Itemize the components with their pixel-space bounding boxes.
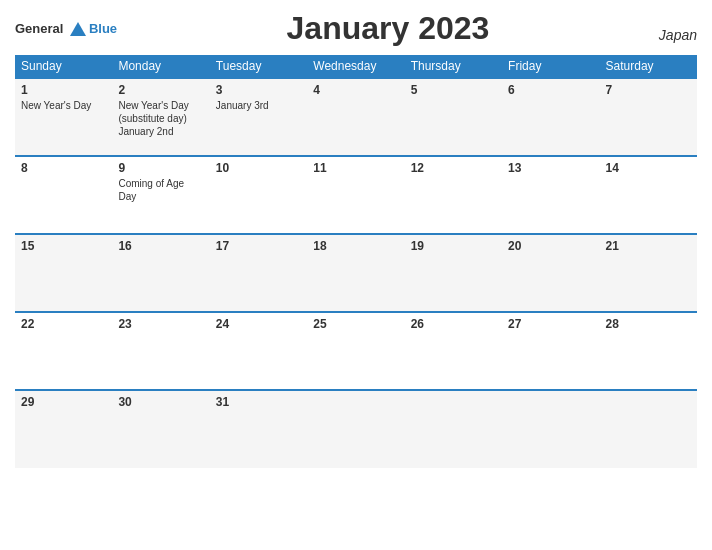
calendar-cell: 6 [502, 78, 599, 156]
calendar-cell: 11 [307, 156, 404, 234]
calendar-cell: 28 [600, 312, 697, 390]
day-number: 7 [606, 83, 691, 97]
day-number: 30 [118, 395, 203, 409]
calendar-cell: 31 [210, 390, 307, 468]
day-number: 26 [411, 317, 496, 331]
day-number: 29 [21, 395, 106, 409]
weekday-sunday: Sunday [15, 55, 112, 78]
holiday-label: New Year's Day(substitute day)January 2n… [118, 99, 203, 138]
calendar-cell: 19 [405, 234, 502, 312]
week-row-2: 15161718192021 [15, 234, 697, 312]
header: General Blue January 2023 Japan [15, 10, 697, 47]
calendar-cell: 8 [15, 156, 112, 234]
calendar-cell: 7 [600, 78, 697, 156]
day-number: 22 [21, 317, 106, 331]
day-number: 3 [216, 83, 301, 97]
holiday-label: Coming of Age Day [118, 177, 203, 203]
calendar-header: SundayMondayTuesdayWednesdayThursdayFrid… [15, 55, 697, 78]
day-number: 8 [21, 161, 106, 175]
weekday-monday: Monday [112, 55, 209, 78]
logo-triangle-icon [69, 20, 87, 38]
calendar-cell: 30 [112, 390, 209, 468]
day-number: 25 [313, 317, 398, 331]
logo-general-text: General [15, 21, 63, 36]
calendar-cell: 23 [112, 312, 209, 390]
day-number: 21 [606, 239, 691, 253]
calendar-cell: 29 [15, 390, 112, 468]
day-number: 6 [508, 83, 593, 97]
calendar-cell [502, 390, 599, 468]
week-row-4: 293031 [15, 390, 697, 468]
day-number: 2 [118, 83, 203, 97]
day-number: 10 [216, 161, 301, 175]
weekday-wednesday: Wednesday [307, 55, 404, 78]
calendar-cell: 22 [15, 312, 112, 390]
weekday-friday: Friday [502, 55, 599, 78]
day-number: 12 [411, 161, 496, 175]
day-number: 5 [411, 83, 496, 97]
holiday-label: January 3rd [216, 99, 301, 112]
logo-blue-text: Blue [89, 21, 117, 36]
day-number: 24 [216, 317, 301, 331]
calendar-cell: 9Coming of Age Day [112, 156, 209, 234]
calendar-title: January 2023 [117, 10, 659, 47]
day-number: 31 [216, 395, 301, 409]
day-number: 28 [606, 317, 691, 331]
calendar-cell: 20 [502, 234, 599, 312]
week-row-0: 1New Year's Day2New Year's Day(substitut… [15, 78, 697, 156]
svg-marker-0 [70, 22, 86, 36]
day-number: 20 [508, 239, 593, 253]
calendar-cell: 17 [210, 234, 307, 312]
calendar-cell: 12 [405, 156, 502, 234]
day-number: 11 [313, 161, 398, 175]
calendar-cell: 2New Year's Day(substitute day)January 2… [112, 78, 209, 156]
page: General Blue January 2023 Japan SundayMo… [0, 0, 712, 550]
day-number: 4 [313, 83, 398, 97]
calendar-cell: 14 [600, 156, 697, 234]
calendar-cell: 25 [307, 312, 404, 390]
calendar-cell: 26 [405, 312, 502, 390]
day-number: 17 [216, 239, 301, 253]
day-number: 23 [118, 317, 203, 331]
calendar-cell: 27 [502, 312, 599, 390]
day-number: 27 [508, 317, 593, 331]
calendar-cell: 16 [112, 234, 209, 312]
day-number: 18 [313, 239, 398, 253]
day-number: 14 [606, 161, 691, 175]
weekday-saturday: Saturday [600, 55, 697, 78]
calendar-cell [600, 390, 697, 468]
calendar-cell: 3January 3rd [210, 78, 307, 156]
calendar-cell [307, 390, 404, 468]
calendar-cell: 24 [210, 312, 307, 390]
week-row-3: 22232425262728 [15, 312, 697, 390]
weekday-thursday: Thursday [405, 55, 502, 78]
calendar-cell: 5 [405, 78, 502, 156]
day-number: 15 [21, 239, 106, 253]
holiday-label: New Year's Day [21, 99, 106, 112]
day-number: 1 [21, 83, 106, 97]
week-row-1: 89Coming of Age Day1011121314 [15, 156, 697, 234]
calendar-cell: 15 [15, 234, 112, 312]
calendar-cell: 10 [210, 156, 307, 234]
day-number: 9 [118, 161, 203, 175]
day-number: 19 [411, 239, 496, 253]
calendar-table: SundayMondayTuesdayWednesdayThursdayFrid… [15, 55, 697, 468]
weekday-header-row: SundayMondayTuesdayWednesdayThursdayFrid… [15, 55, 697, 78]
calendar-cell: 21 [600, 234, 697, 312]
calendar-body: 1New Year's Day2New Year's Day(substitut… [15, 78, 697, 468]
calendar-cell: 18 [307, 234, 404, 312]
logo: General Blue [15, 19, 117, 38]
weekday-tuesday: Tuesday [210, 55, 307, 78]
calendar-cell: 4 [307, 78, 404, 156]
calendar-cell: 1New Year's Day [15, 78, 112, 156]
day-number: 13 [508, 161, 593, 175]
country-label: Japan [659, 27, 697, 47]
calendar-cell: 13 [502, 156, 599, 234]
calendar-cell [405, 390, 502, 468]
day-number: 16 [118, 239, 203, 253]
